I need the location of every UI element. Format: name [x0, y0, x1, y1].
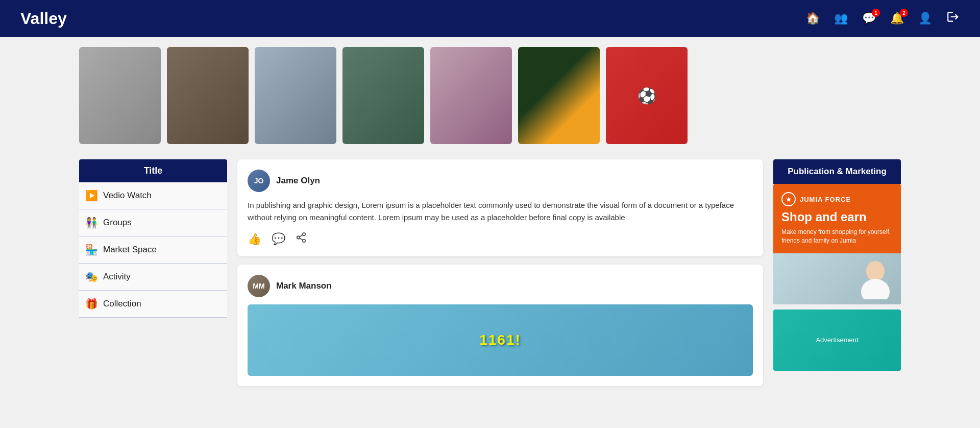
sidebar-item-activity[interactable]: 🎭 Activity — [79, 264, 227, 291]
svg-point-5 — [866, 261, 885, 281]
post-body: In publishing and graphic design, Lorem … — [248, 199, 753, 224]
left-sidebar: Title ▶️ Vedio Watch 👫 Groups 🏪 Market S… — [79, 159, 227, 394]
avatar: JO — [248, 170, 270, 192]
sidebar-item-vedio-watch[interactable]: ▶️ Vedio Watch — [79, 182, 227, 209]
post-image: 1161! — [248, 304, 753, 376]
people-icon[interactable]: 👥 — [834, 12, 848, 25]
market-icon: 🏪 — [85, 244, 98, 256]
sidebar-item-label: Market Space — [103, 245, 157, 255]
svg-point-1 — [297, 236, 300, 239]
feed: JO Jame Olyn In publishing and graphic d… — [237, 159, 763, 394]
bell-icon[interactable]: 🔔 2 — [890, 12, 904, 25]
ad-logo-text: JUMIA FORCE — [800, 196, 851, 203]
post-actions: 👍 💬 — [248, 232, 753, 246]
home-icon[interactable]: 🏠 — [806, 12, 820, 25]
comment-icon: 💬 — [272, 232, 285, 246]
story-item[interactable] — [342, 47, 424, 144]
ad2-placeholder: Advertisement — [811, 331, 863, 349]
story-item[interactable] — [430, 47, 512, 144]
story-item[interactable] — [167, 47, 249, 144]
post-card: MM Mark Manson 1161! — [237, 265, 763, 386]
comment-button[interactable]: 💬 — [272, 232, 285, 246]
svg-line-3 — [300, 238, 303, 240]
bell-badge: 2 — [900, 9, 908, 17]
main-content: Title ▶️ Vedio Watch 👫 Groups 🏪 Market S… — [0, 159, 980, 394]
avatar: MM — [248, 275, 270, 297]
thumbs-up-icon: 👍 — [248, 232, 261, 246]
post-image-text: 1161! — [479, 332, 521, 348]
story-item[interactable] — [518, 47, 600, 144]
publication-marketing-header: Publication & Marketing — [773, 159, 901, 184]
like-button[interactable]: 👍 — [248, 232, 261, 246]
ad-person-image — [773, 253, 901, 304]
post-author: Jame Olyn — [276, 176, 320, 186]
sidebar-item-label: Collection — [103, 299, 141, 309]
ad-logo: ★ JUMIA FORCE — [781, 192, 893, 206]
ad-headline: Shop and earn — [781, 210, 893, 224]
svg-point-2 — [303, 240, 306, 243]
story-item[interactable] — [255, 47, 336, 144]
chat-badge: 1 — [872, 9, 880, 17]
app-logo: Valley — [20, 9, 67, 28]
user-profile-icon[interactable]: 👤 — [918, 12, 932, 25]
play-icon: ▶️ — [85, 189, 98, 202]
svg-point-0 — [303, 233, 306, 236]
share-icon — [296, 232, 307, 246]
sidebar-item-market-space[interactable]: 🏪 Market Space — [79, 236, 227, 264]
post-header: JO Jame Olyn — [248, 170, 753, 192]
story-item[interactable]: ⚽ — [606, 47, 688, 144]
ad-subtext: Make money from shopping for yourself, f… — [781, 228, 893, 245]
chat-icon[interactable]: 💬 1 — [862, 12, 876, 25]
activity-icon: 🎭 — [85, 271, 98, 283]
sidebar-item-groups[interactable]: 👫 Groups — [79, 209, 227, 236]
stories-bar: ⚽ — [0, 37, 980, 154]
collection-icon: 🎁 — [85, 298, 98, 310]
sidebar-title: Title — [79, 159, 227, 182]
sidebar-item-label: Activity — [103, 272, 131, 282]
post-card: JO Jame Olyn In publishing and graphic d… — [237, 159, 763, 256]
post-header: MM Mark Manson — [248, 275, 753, 297]
story-item[interactable] — [79, 47, 161, 144]
sidebar-item-collection[interactable]: 🎁 Collection — [79, 291, 227, 318]
share-button[interactable] — [296, 232, 307, 246]
right-sidebar: Publication & Marketing ★ JUMIA FORCE Sh… — [773, 159, 901, 394]
star-icon: ★ — [781, 192, 796, 206]
app-header: Valley 🏠 👥 💬 1 🔔 2 👤 — [0, 0, 980, 37]
header-nav: 🏠 👥 💬 1 🔔 2 👤 — [806, 10, 960, 27]
sidebar-item-label: Groups — [103, 218, 132, 228]
svg-line-4 — [300, 235, 303, 237]
svg-rect-7 — [868, 284, 883, 294]
post-author: Mark Manson — [276, 281, 332, 291]
logout-icon[interactable] — [946, 10, 960, 27]
sidebar-item-label: Vedio Watch — [103, 191, 152, 201]
groups-icon: 👫 — [85, 217, 98, 229]
ad-card-2[interactable]: Advertisement — [773, 310, 901, 371]
ad-card-jumia[interactable]: ★ JUMIA FORCE Shop and earn Make money f… — [773, 184, 901, 304]
